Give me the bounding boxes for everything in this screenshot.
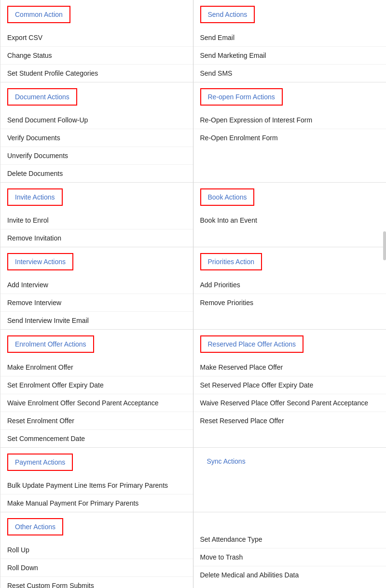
right-cell-enrolment-reserved: Reserved Place Offer ActionsMake Reserve… xyxy=(193,330,386,448)
list-item[interactable]: Add Priorities xyxy=(193,276,386,294)
list-item[interactable]: Set Enrolment Offer Expiry Date xyxy=(0,376,193,394)
list-item[interactable]: Unverify Documents xyxy=(0,147,193,165)
header-invite-book-right[interactable]: Book Actions xyxy=(200,188,255,206)
header-common-send-right[interactable]: Send Actions xyxy=(200,6,255,23)
spacer xyxy=(193,512,386,531)
list-item[interactable]: Make Enrolment Offer xyxy=(0,359,193,376)
header-interview-priorities-left[interactable]: Interview Actions xyxy=(7,253,73,270)
list-item[interactable]: Delete Medical and Abilities Data xyxy=(193,566,386,584)
list-item[interactable]: Remove Interview xyxy=(0,294,193,312)
list-item[interactable]: Send Marketing Email xyxy=(193,47,386,65)
right-cell-common-send: Send ActionsSend EmailSend Marketing Ema… xyxy=(193,0,386,82)
header-document-reopen-right[interactable]: Re-open Form Actions xyxy=(200,88,283,106)
left-cell-other: Other ActionsRoll UpRoll DownReset Custo… xyxy=(0,512,193,588)
list-item[interactable]: Send Interview Invite Email xyxy=(0,312,193,329)
list-item[interactable]: Add Interview xyxy=(0,276,193,294)
list-item[interactable]: Export CSV xyxy=(0,29,193,47)
header-invite-book-left[interactable]: Invite Actions xyxy=(7,188,63,206)
list-item[interactable]: Remove Invitation xyxy=(0,229,193,247)
right-cell-other: Set Attendance TypeMove to TrashDelete M… xyxy=(193,512,386,588)
list-item[interactable]: Re-Open Enrolment Form xyxy=(193,129,386,147)
right-cell-invite-book: Book ActionsBook Into an Event xyxy=(193,183,386,247)
header-other-left[interactable]: Other Actions xyxy=(7,518,63,535)
list-item[interactable]: Roll Down xyxy=(0,559,193,577)
list-item[interactable]: Reset Custom Form Submits xyxy=(0,577,193,588)
list-item[interactable]: Send SMS xyxy=(193,65,386,82)
list-item[interactable]: Re-Open Expression of Interest Form xyxy=(193,111,386,129)
list-item[interactable]: Remove Priorities xyxy=(193,294,386,311)
header-common-send-left[interactable]: Common Action xyxy=(7,6,70,23)
header-payment-sync-left[interactable]: Payment Actions xyxy=(7,454,73,471)
list-item[interactable]: Make Manual Payment For Primary Parents xyxy=(0,494,193,512)
list-item[interactable]: Verify Documents xyxy=(0,129,193,147)
scrollbar[interactable] xyxy=(383,231,386,260)
header-enrolment-reserved-right[interactable]: Reserved Place Offer Actions xyxy=(200,335,304,353)
list-item[interactable]: Invite to Enrol xyxy=(0,212,193,229)
list-item[interactable]: Set Attendance Type xyxy=(193,531,386,548)
left-cell-enrolment-reserved: Enrolment Offer ActionsMake Enrolment Of… xyxy=(0,330,193,448)
left-cell-payment-sync: Payment ActionsBulk Update Payment Line … xyxy=(0,448,193,512)
list-item[interactable]: Waive Enrolment Offer Second Parent Acce… xyxy=(0,394,193,412)
left-cell-document-reopen: Document ActionsSend Document Follow-UpV… xyxy=(0,82,193,183)
list-item[interactable]: Waive Reserved Place Offer Second Parent… xyxy=(193,394,386,412)
header-interview-priorities-right[interactable]: Priorities Action xyxy=(200,253,262,270)
right-cell-document-reopen: Re-open Form ActionsRe-Open Expression o… xyxy=(193,82,386,183)
list-item[interactable]: Change Status xyxy=(0,47,193,65)
list-item[interactable]: Roll Up xyxy=(0,541,193,559)
list-item[interactable]: Book Into an Event xyxy=(193,212,386,229)
header-document-reopen-left[interactable]: Document Actions xyxy=(7,88,77,106)
list-item[interactable]: Delete Documents xyxy=(0,165,193,182)
list-item[interactable]: Set Reserved Place Offer Expiry Date xyxy=(193,376,386,394)
list-item[interactable]: Reset Reserved Place Offer xyxy=(193,412,386,429)
list-item[interactable]: Move to Trash xyxy=(193,548,386,566)
list-item[interactable]: Reset Enrolment Offer xyxy=(0,412,193,430)
header-payment-sync-right[interactable]: Sync Actions xyxy=(200,454,252,469)
list-item[interactable]: Make Reserved Place Offer xyxy=(193,359,386,376)
list-item[interactable]: Set Commencement Date xyxy=(0,430,193,447)
list-item[interactable]: Set Student Profile Categories xyxy=(0,65,193,82)
actions-grid: Common ActionExport CSVChange StatusSet … xyxy=(0,0,386,588)
list-item[interactable]: Send Document Follow-Up xyxy=(0,111,193,129)
left-cell-interview-priorities: Interview ActionsAdd InterviewRemove Int… xyxy=(0,247,193,330)
left-cell-common-send: Common ActionExport CSVChange StatusSet … xyxy=(0,0,193,82)
header-enrolment-reserved-left[interactable]: Enrolment Offer Actions xyxy=(7,335,94,353)
list-item[interactable]: Bulk Update Payment Line Items For Prima… xyxy=(0,477,193,494)
right-cell-interview-priorities: Priorities ActionAdd PrioritiesRemove Pr… xyxy=(193,247,386,330)
list-item[interactable]: Send Email xyxy=(193,29,386,47)
right-cell-payment-sync: Sync Actions xyxy=(193,448,386,512)
left-cell-invite-book: Invite ActionsInvite to EnrolRemove Invi… xyxy=(0,183,193,247)
